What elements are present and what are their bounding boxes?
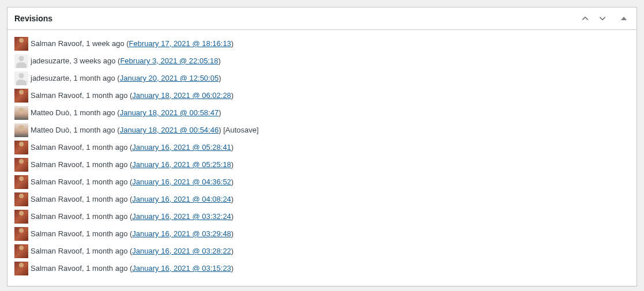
- revision-text: Salman Ravoof, 1 month ago (January 16, …: [31, 262, 234, 275]
- move-up-button[interactable]: [578, 12, 593, 25]
- move-down-button[interactable]: [595, 12, 610, 25]
- revision-time-ago: 1 month ago: [86, 229, 127, 238]
- chevron-down-icon: [597, 13, 608, 24]
- revision-author: Salman Ravoof: [31, 229, 82, 238]
- revision-author: Salman Ravoof: [31, 247, 82, 255]
- avatar: [14, 244, 28, 258]
- revision-author: Salman Ravoof: [31, 195, 82, 203]
- revision-author: Salman Ravoof: [31, 264, 82, 273]
- revision-time-ago: 1 month ago: [86, 247, 127, 255]
- revision-time-ago: 1 week ago: [86, 39, 125, 48]
- avatar: [14, 210, 28, 224]
- revision-time-ago: 1 month ago: [86, 177, 127, 186]
- revision-link[interactable]: February 3, 2021 @ 22:05:18: [120, 56, 218, 65]
- revision-item: Salman Ravoof, 1 month ago (January 16, …: [14, 244, 630, 258]
- revision-author: Matteo Duò: [31, 108, 69, 117]
- revision-item: Matteo Duò, 1 month ago (January 18, 202…: [14, 106, 630, 120]
- revision-text: Salman Ravoof, 1 month ago (January 16, …: [31, 244, 234, 258]
- revision-link[interactable]: January 18, 2021 @ 06:02:28: [132, 91, 231, 100]
- revision-link[interactable]: January 16, 2021 @ 04:08:24: [132, 195, 231, 203]
- revision-time-ago: 1 month ago: [86, 143, 127, 152]
- revision-author: Salman Ravoof: [31, 212, 82, 221]
- avatar: [14, 227, 28, 241]
- revision-author: Salman Ravoof: [31, 143, 82, 152]
- revision-author: Matteo Duò: [31, 126, 69, 134]
- revision-time-ago: 1 month ago: [86, 195, 127, 203]
- revision-author: Salman Ravoof: [31, 160, 82, 169]
- revisions-panel: Revisions Salman Ravoof, 1 week ago (Feb…: [7, 7, 637, 286]
- revision-time-ago: 1 month ago: [73, 126, 115, 134]
- revision-time-ago: 1 month ago: [86, 160, 127, 169]
- revision-text: jadesuzarte, 3 weeks ago (February 3, 20…: [31, 54, 221, 68]
- avatar: [14, 89, 28, 103]
- revision-link[interactable]: January 16, 2021 @ 03:32:24: [132, 212, 231, 221]
- revision-author: Salman Ravoof: [31, 177, 82, 186]
- revision-list: Salman Ravoof, 1 week ago (February 17, …: [14, 37, 630, 275]
- avatar: [14, 37, 28, 51]
- avatar: [14, 192, 28, 206]
- autosave-badge: [Autosave]: [223, 126, 258, 134]
- revision-link[interactable]: January 18, 2021 @ 00:54:46: [120, 126, 219, 134]
- revision-author: jadesuzarte: [31, 56, 69, 65]
- revision-item: Salman Ravoof, 1 month ago (January 16, …: [14, 175, 630, 189]
- revision-link[interactable]: January 16, 2021 @ 05:28:41: [132, 143, 231, 152]
- revision-text: Salman Ravoof, 1 month ago (January 16, …: [31, 141, 234, 154]
- revision-item: Salman Ravoof, 1 week ago (February 17, …: [14, 37, 630, 51]
- revision-item: Matteo Duò, 1 month ago (January 18, 202…: [14, 123, 630, 137]
- revision-item: Salman Ravoof, 1 month ago (January 16, …: [14, 141, 630, 154]
- revision-time-ago: 1 month ago: [73, 74, 115, 82]
- revision-link[interactable]: January 20, 2021 @ 12:50:05: [120, 74, 219, 82]
- revision-item: Salman Ravoof, 1 month ago (January 16, …: [14, 158, 630, 172]
- revision-text: Salman Ravoof, 1 month ago (January 16, …: [31, 227, 234, 241]
- revision-text: jadesuzarte, 1 month ago (January 20, 20…: [31, 71, 221, 85]
- revision-link[interactable]: January 16, 2021 @ 04:36:52: [132, 177, 231, 186]
- revision-text: Matteo Duò, 1 month ago (January 18, 202…: [31, 106, 221, 120]
- revision-text: Salman Ravoof, 1 month ago (January 16, …: [31, 158, 234, 172]
- revision-link[interactable]: January 18, 2021 @ 00:58:47: [120, 108, 219, 117]
- revision-author: Salman Ravoof: [31, 91, 82, 100]
- revision-item: jadesuzarte, 1 month ago (January 20, 20…: [14, 71, 630, 85]
- revision-text: Salman Ravoof, 1 month ago (January 16, …: [31, 192, 234, 206]
- revision-item: Salman Ravoof, 1 month ago (January 18, …: [14, 89, 630, 103]
- panel-title: Revisions: [14, 14, 52, 23]
- revision-author: Salman Ravoof: [31, 39, 82, 48]
- avatar: [14, 158, 28, 172]
- avatar: [14, 106, 28, 120]
- revision-link[interactable]: January 16, 2021 @ 03:29:48: [132, 229, 231, 238]
- revision-item: Salman Ravoof, 1 month ago (January 16, …: [14, 262, 630, 275]
- avatar: [14, 141, 28, 154]
- avatar: [14, 54, 28, 68]
- revision-item: Salman Ravoof, 1 month ago (January 16, …: [14, 192, 630, 206]
- avatar: [14, 262, 28, 275]
- revision-link[interactable]: February 17, 2021 @ 18:16:13: [129, 39, 231, 48]
- avatar: [14, 175, 28, 189]
- avatar: [14, 123, 28, 137]
- revision-link[interactable]: January 16, 2021 @ 03:15:23: [132, 264, 231, 273]
- revision-link[interactable]: January 16, 2021 @ 05:25:18: [132, 160, 231, 169]
- revision-text: Salman Ravoof, 1 month ago (January 16, …: [31, 175, 234, 189]
- toggle-panel-button[interactable]: [618, 14, 630, 23]
- revision-item: jadesuzarte, 3 weeks ago (February 3, 20…: [14, 54, 630, 68]
- avatar: [14, 71, 28, 85]
- revision-link[interactable]: January 16, 2021 @ 03:28:22: [132, 247, 231, 255]
- revision-time-ago: 1 month ago: [86, 264, 127, 273]
- triangle-up-icon: [620, 15, 627, 22]
- revision-item: Salman Ravoof, 1 month ago (January 16, …: [14, 227, 630, 241]
- revision-time-ago: 3 weeks ago: [73, 56, 115, 65]
- revision-text: Matteo Duò, 1 month ago (January 18, 202…: [31, 123, 259, 137]
- revision-item: Salman Ravoof, 1 month ago (January 16, …: [14, 210, 630, 224]
- revision-time-ago: 1 month ago: [86, 91, 127, 100]
- panel-header[interactable]: Revisions: [7, 7, 637, 30]
- revision-text: Salman Ravoof, 1 month ago (January 18, …: [31, 89, 234, 103]
- panel-controls: [578, 12, 630, 25]
- panel-body: Salman Ravoof, 1 week ago (February 17, …: [7, 30, 637, 286]
- revision-time-ago: 1 month ago: [86, 212, 127, 221]
- revision-text: Salman Ravoof, 1 week ago (February 17, …: [31, 37, 234, 51]
- chevron-up-icon: [580, 13, 590, 24]
- revision-time-ago: 1 month ago: [73, 108, 115, 117]
- revision-author: jadesuzarte: [31, 74, 69, 82]
- revision-text: Salman Ravoof, 1 month ago (January 16, …: [31, 210, 234, 224]
